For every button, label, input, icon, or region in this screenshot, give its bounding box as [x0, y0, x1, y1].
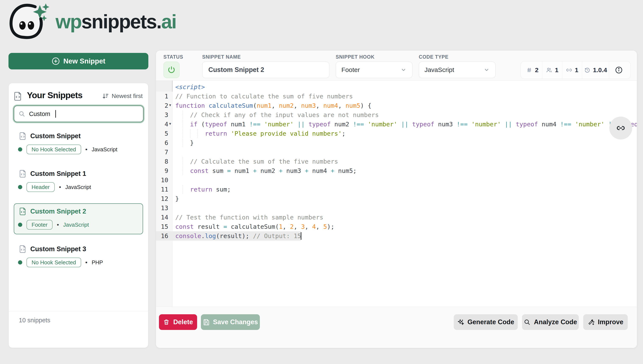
- save-changes-button[interactable]: Save Changes: [201, 314, 260, 330]
- code-line[interactable]: 10: [156, 176, 637, 185]
- text-cursor: [55, 110, 56, 118]
- code-line[interactable]: 9 const sum = num1 + num2 + num3 + num4 …: [156, 166, 637, 176]
- code-line[interactable]: 14// Test the function with sample numbe…: [156, 213, 637, 222]
- snippet-list-item[interactable]: Custom Snippet 3 No Hook Selected • PHP: [14, 241, 143, 272]
- snippet-title: Custom Snippet 3: [30, 245, 86, 253]
- code-text: [175, 203, 637, 213]
- code-line[interactable]: 4▾ if (typeof num1 !== 'number' || typeo…: [156, 120, 637, 129]
- sort-control[interactable]: Newest first: [102, 92, 143, 100]
- new-snippet-button[interactable]: New Snippet: [9, 53, 148, 70]
- app-title: wpsnippets.ai: [56, 4, 176, 40]
- save-icon: [203, 319, 209, 326]
- code-text: [175, 148, 637, 157]
- copy-link-button[interactable]: [609, 116, 632, 140]
- generate-code-label: Generate Code: [468, 318, 514, 326]
- stat-info[interactable]: [609, 61, 629, 79]
- improve-label: Improve: [598, 318, 623, 326]
- generate-code-button[interactable]: Generate Code: [454, 314, 518, 330]
- line-number: 8: [156, 157, 168, 166]
- line-number: 6: [156, 138, 168, 148]
- line-number: 9: [156, 166, 168, 176]
- status-toggle-button[interactable]: [163, 62, 179, 78]
- line-number: 16: [156, 231, 168, 240]
- code-line[interactable]: 6 }: [156, 138, 637, 148]
- snippet-hook-select[interactable]: Footer: [336, 62, 412, 78]
- snippet-list: Custom Snippet No Hook Selected • JavaSc…: [9, 128, 148, 279]
- code-type-select[interactable]: JavaScript: [419, 62, 496, 78]
- delete-button[interactable]: Delete: [159, 314, 197, 330]
- editor-cursor: [301, 232, 301, 240]
- chevron-down-icon: [400, 67, 407, 73]
- chevron-down-icon: [483, 67, 490, 73]
- code-line[interactable]: 11 return sum;: [156, 185, 637, 194]
- status-dot: [18, 185, 22, 189]
- save-changes-label: Save Changes: [213, 318, 258, 326]
- snippet-hook-label: SNIPPET HOOK: [336, 54, 374, 60]
- file-code-icon: [14, 92, 22, 101]
- snippet-list-item[interactable]: Custom Snippet 2 Footer • JavaScript: [14, 203, 143, 234]
- users-icon: [546, 67, 552, 73]
- line-number: 5: [156, 129, 168, 138]
- mascot-logo-icon: [9, 4, 50, 40]
- code-line[interactable]: 8 // Calculate the sum of the five numbe…: [156, 157, 637, 166]
- line-number: 2: [156, 101, 168, 110]
- line-number: 10: [156, 176, 168, 185]
- indent-guide: [197, 129, 198, 138]
- status-label: STATUS: [163, 54, 183, 60]
- snippet-list-item[interactable]: Custom Snippet No Hook Selected • JavaSc…: [14, 128, 143, 159]
- search-icon: [524, 319, 530, 326]
- code-line[interactable]: 13: [156, 203, 637, 213]
- indent-guide: [183, 111, 183, 119]
- link-icon: [566, 67, 572, 73]
- file-code-icon: [19, 245, 27, 253]
- code-text: // Calculate the sum of the five numbers: [175, 157, 637, 166]
- hook-badge: No Hook Selected: [27, 258, 81, 267]
- plus-circle-icon: [52, 57, 60, 66]
- code-editor[interactable]: <script> 1// Function to calculate the s…: [156, 81, 637, 307]
- line-number: 7: [156, 148, 168, 157]
- code-line[interactable]: 2▾function calculateSum(num1, num2, num3…: [156, 101, 637, 110]
- file-code-icon: [19, 170, 27, 178]
- line-number: 3: [156, 110, 168, 120]
- history-icon: [584, 67, 590, 73]
- code-line[interactable]: 16console.log(result); // Output: 15: [156, 231, 637, 240]
- status-dot: [18, 223, 22, 227]
- code-text: if (typeof num1 !== 'number' || typeof n…: [175, 120, 637, 129]
- code-line[interactable]: 12}: [156, 194, 637, 203]
- code-line[interactable]: 7: [156, 148, 637, 157]
- improve-button[interactable]: Improve: [583, 314, 628, 330]
- snippet-list-item[interactable]: Custom Snippet 1 Header • JavaScript: [14, 166, 143, 196]
- code-text: const result = calculateSum(1, 2, 3, 4, …: [175, 222, 637, 231]
- app-logo: wpsnippets.ai: [9, 4, 176, 40]
- script-tag-line: <script>: [156, 82, 637, 92]
- trash-icon: [163, 319, 170, 326]
- link-icon: [616, 124, 625, 133]
- fold-arrow-icon[interactable]: ▾: [169, 119, 173, 128]
- indent-guide: [183, 185, 183, 194]
- power-icon: [167, 66, 176, 74]
- separator-bullet: •: [85, 259, 88, 266]
- line-number: 15: [156, 222, 168, 231]
- snippet-language: PHP: [92, 259, 103, 266]
- fold-arrow-icon[interactable]: ▾: [169, 100, 173, 110]
- snippet-language: JavaScript: [65, 184, 91, 190]
- sort-descending-icon: [102, 92, 109, 100]
- code-line[interactable]: 15const result = calculateSum(1, 2, 3, 4…: [156, 222, 637, 231]
- version-value: 1.0.4: [593, 66, 607, 74]
- code-text: }: [175, 194, 637, 203]
- snippet-name-input[interactable]: Custom Snippet 2: [202, 62, 329, 78]
- analyze-code-button[interactable]: Analyze Code: [522, 314, 579, 330]
- code-line[interactable]: 3 // Check if any of the input values ar…: [156, 110, 637, 120]
- code-line[interactable]: 1// Function to calculate the sum of fiv…: [156, 92, 637, 101]
- code-line[interactable]: 5 return 'Please provide valid numbers';: [156, 129, 637, 138]
- hash-icon: [526, 67, 532, 73]
- hook-badge: Header: [27, 182, 55, 192]
- snippet-count: 10 snippets: [19, 317, 50, 324]
- line-number: 13: [156, 203, 168, 213]
- code-text: [175, 176, 637, 185]
- search-input[interactable]: Custom: [14, 106, 143, 122]
- user-count: 1: [555, 66, 558, 74]
- stat-links: 1: [562, 61, 582, 79]
- stat-hash: 2: [522, 61, 542, 79]
- snippet-language: JavaScript: [63, 222, 89, 228]
